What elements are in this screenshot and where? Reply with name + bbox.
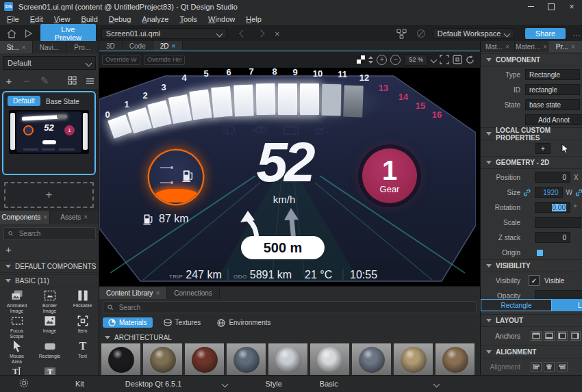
close-icon[interactable]: × [505, 43, 509, 51]
zoom-in-icon[interactable]: + [377, 55, 387, 65]
section-default-components[interactable]: DEFAULT COMPONENTS [0, 260, 99, 273]
tab-properties[interactable]: Pr...× [548, 41, 582, 52]
document-selector[interactable]: Screen01.ui.qml [101, 28, 227, 39]
component-rectangle[interactable]: Rectangle [34, 339, 66, 365]
rotation-field[interactable]: 0.00 [535, 202, 570, 213]
component-mouse-area[interactable]: MouseArea [1, 339, 34, 365]
material-item-1[interactable] [101, 343, 140, 376]
section-basic[interactable]: BASIC (11) [0, 274, 99, 287]
add-property-button[interactable]: + [535, 143, 551, 154]
component-focus-scope[interactable]: FocusScope [1, 314, 34, 339]
instrument-cluster[interactable]: 012345678910111213141516 52 km/h 1 [99, 68, 476, 285]
zoom-dropdown-icon[interactable] [431, 56, 438, 63]
filter-materials[interactable]: Materials [103, 317, 153, 328]
tab-2d[interactable]: 2D× [153, 41, 184, 51]
zstack-field[interactable]: 0 [535, 232, 570, 243]
section-layout[interactable]: LAYOUT [481, 314, 582, 327]
type-field[interactable]: Rectangle [525, 69, 580, 80]
content-library-search-input[interactable] [118, 303, 472, 312]
anchor-left-icon[interactable] [557, 331, 568, 341]
component-text-input[interactable]: TTextInput [34, 365, 66, 375]
align-left-icon[interactable] [531, 362, 542, 371]
back-icon[interactable] [240, 29, 247, 37]
filter-textures[interactable]: Textures [158, 317, 207, 328]
close-icon[interactable]: × [571, 43, 575, 51]
tab-connections[interactable]: Connections [167, 287, 220, 299]
component-item[interactable]: Item [66, 314, 99, 339]
close-icon[interactable]: × [84, 213, 88, 221]
size-width-field[interactable]: 1920 [535, 187, 563, 198]
align-right-icon[interactable] [557, 362, 568, 371]
tab-components[interactable]: Components× [0, 211, 50, 224]
tab-assets[interactable]: Assets× [50, 211, 100, 224]
tab-projects[interactable]: Pro... [66, 41, 99, 53]
menu-debug[interactable]: Debug [103, 15, 136, 23]
scale-field[interactable] [535, 217, 581, 228]
components-search[interactable] [3, 227, 96, 240]
close-button[interactable]: × [561, 0, 582, 13]
material-item-6[interactable] [310, 343, 349, 376]
filter-environments[interactable]: Environments [212, 317, 276, 328]
minimize-button[interactable] [520, 0, 541, 13]
components-search-input[interactable] [18, 229, 91, 238]
tab-states[interactable]: St...× [0, 41, 33, 53]
link-icon[interactable] [523, 189, 531, 196]
form-editor-canvas[interactable]: 012345678910111213141516 52 km/h 1 [99, 68, 480, 286]
material-item-7[interactable] [352, 343, 391, 376]
close-icon[interactable]: × [43, 213, 47, 221]
state-card-default[interactable]: Default Base State 52 1 [2, 91, 96, 175]
material-item-5[interactable] [268, 343, 307, 376]
play-icon[interactable] [25, 29, 32, 38]
override-width-input[interactable] [102, 55, 140, 65]
subtab-layout[interactable]: L [552, 299, 582, 311]
forward-icon[interactable] [257, 29, 265, 37]
center-selection-icon[interactable] [453, 55, 462, 64]
stepper-icon[interactable] [368, 56, 373, 64]
section-component[interactable]: COMPONENT [481, 53, 582, 66]
menu-build[interactable]: Build [75, 15, 103, 23]
position-x-field[interactable]: 0 [535, 172, 570, 183]
menu-view[interactable]: View [49, 15, 76, 23]
component-text[interactable]: TText [66, 339, 99, 365]
zoom-out-icon[interactable]: − [390, 55, 401, 65]
id-field[interactable]: rectangle [525, 84, 580, 95]
menu-tools[interactable]: Tools [174, 15, 203, 23]
material-item-3[interactable] [185, 343, 224, 376]
close-icon[interactable]: × [172, 42, 176, 50]
add-state-button[interactable]: + [4, 182, 94, 208]
state-group-selector[interactable]: Default [3, 56, 96, 70]
chevron-down-icon[interactable] [222, 380, 229, 387]
style-selector[interactable]: Basic [320, 380, 338, 388]
zoom-level[interactable]: 52 % [404, 54, 428, 66]
section-local-custom-properties[interactable]: LOCAL CUSTOM PROPERTIES [481, 127, 582, 140]
align-center-horizontal-icon[interactable] [544, 362, 555, 371]
section-visibility[interactable]: VISIBILITY [481, 259, 582, 272]
add-state-icon[interactable]: + [0, 75, 18, 87]
origin-center-button[interactable] [537, 250, 543, 256]
chevron-down-icon[interactable] [433, 380, 440, 387]
refresh-icon[interactable] [466, 55, 475, 64]
content-library-search[interactable] [103, 301, 477, 313]
menu-edit[interactable]: Edit [25, 15, 49, 23]
menu-file[interactable]: File [1, 15, 25, 23]
share-button[interactable]: Share [525, 28, 566, 39]
more-icon[interactable]: … [572, 29, 582, 38]
tab-material-editor[interactable]: Materi...× [515, 41, 549, 52]
state-badge[interactable]: Default [8, 96, 40, 106]
kit-selector[interactable]: Desktop Qt 6.5.1 [125, 380, 182, 388]
component-flickable[interactable]: Flickable [66, 289, 99, 314]
fit-screen-icon[interactable] [440, 55, 449, 64]
anchor-top-icon[interactable] [531, 331, 542, 341]
close-icon[interactable]: × [22, 44, 26, 51]
tab-3d[interactable]: 3D [99, 41, 123, 51]
anchor-right-icon[interactable] [570, 331, 581, 341]
link-icon[interactable] [575, 189, 582, 196]
tab-material-browser[interactable]: Mat...× [481, 41, 515, 52]
anchor-bottom-icon[interactable] [544, 331, 555, 341]
component-text-edit[interactable]: TTextEdit [1, 365, 34, 375]
material-item-4[interactable] [227, 343, 266, 376]
close-icon[interactable]: × [155, 289, 160, 297]
list-view-icon[interactable] [81, 75, 99, 87]
menu-help[interactable]: Help [240, 15, 267, 23]
add-annotation-button[interactable]: Add Annot [525, 114, 582, 125]
